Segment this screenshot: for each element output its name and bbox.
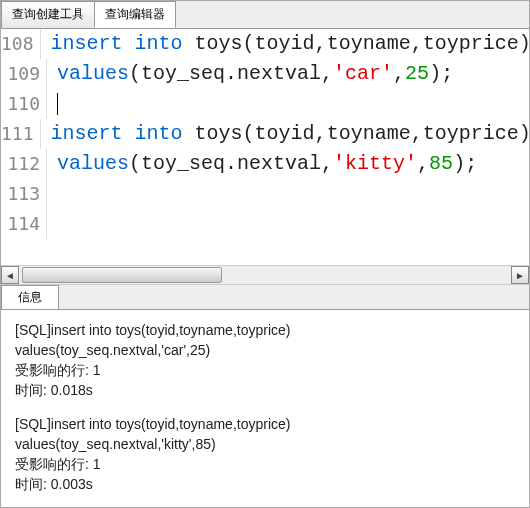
editor-line[interactable]: 114 [1, 209, 529, 239]
result-line-sql1: [SQL]insert into toys(toyid,toyname,toyp… [15, 414, 515, 434]
token-punct: , [393, 62, 405, 85]
text-cursor [57, 93, 58, 115]
token-ident: toyprice [423, 32, 519, 55]
token-ident: toys [195, 122, 243, 145]
token-punct: ( [243, 122, 255, 145]
line-number: 110 [1, 89, 47, 119]
result-block: [SQL]insert into toys(toyid,toyname,toyp… [15, 414, 515, 494]
token-kw: values [57, 152, 129, 175]
line-number: 113 [1, 179, 47, 209]
sql-editor[interactable]: 108insert into toys(toyid,toyname,toypri… [1, 29, 529, 265]
token-punct: , [411, 32, 423, 55]
token-ident: toy_seq.nextval [141, 152, 321, 175]
token-kw: values [57, 62, 129, 85]
bottom-tab-bar: 信息 [1, 285, 529, 310]
token-punct: ); [429, 62, 453, 85]
result-line-affected: 受影响的行: 1 [15, 360, 515, 380]
line-code[interactable] [47, 89, 58, 119]
result-block: [SQL]insert into toys(toyid,toyname,toyp… [15, 320, 515, 400]
editor-line[interactable]: 113 [1, 179, 529, 209]
result-line-sql2: values(toy_seq.nextval,'kitty',85) [15, 434, 515, 454]
token-num: 85 [429, 152, 453, 175]
scroll-left-icon[interactable]: ◄ [1, 266, 19, 284]
token-punct: ( [129, 152, 141, 175]
token-ident: toyid [255, 122, 315, 145]
line-code[interactable] [47, 209, 57, 239]
tab-info[interactable]: 信息 [1, 285, 59, 309]
results-panel: [SQL]insert into toys(toyid,toyname,toyp… [1, 310, 529, 508]
token-ident: toyid [255, 32, 315, 55]
editor-line[interactable]: 112values(toy_seq.nextval,'kitty',85); [1, 149, 529, 179]
token-punct: , [315, 122, 327, 145]
line-code[interactable]: insert into toys(toyid,toyname,toyprice) [41, 29, 529, 59]
editor-line[interactable]: 109values(toy_seq.nextval,'car',25); [1, 59, 529, 89]
token-kw: insert into [51, 122, 183, 145]
result-line-sql1: [SQL]insert into toys(toyid,toyname,toyp… [15, 320, 515, 340]
token-punct: ); [453, 152, 477, 175]
result-line-affected: 受影响的行: 1 [15, 454, 515, 474]
line-code[interactable]: insert into toys(toyid,toyname,toyprice) [41, 119, 529, 149]
line-number: 114 [1, 209, 47, 239]
token-punct: ) [519, 122, 529, 145]
line-code[interactable] [47, 179, 57, 209]
token-ident: toyprice [423, 122, 519, 145]
token-ident: toy_seq.nextval [141, 62, 321, 85]
tab-query-builder[interactable]: 查询创建工具 [1, 1, 95, 28]
token-num: 25 [405, 62, 429, 85]
editor-line[interactable]: 110 [1, 89, 529, 119]
token-punct: ( [129, 62, 141, 85]
token-kw: insert into [51, 32, 183, 55]
line-number: 108 [1, 29, 41, 59]
scroll-right-icon[interactable]: ► [511, 266, 529, 284]
line-number: 112 [1, 149, 47, 179]
line-code[interactable]: values(toy_seq.nextval,'car',25); [47, 59, 453, 89]
result-line-sql2: values(toy_seq.nextval,'car',25) [15, 340, 515, 360]
line-number: 111 [1, 119, 41, 149]
editor-hscrollbar[interactable]: ◄ ► [1, 265, 529, 285]
scroll-track[interactable] [20, 266, 510, 284]
token-ident: toyname [327, 122, 411, 145]
top-tab-bar: 查询创建工具 查询编辑器 [1, 1, 529, 29]
token-punct: ( [243, 32, 255, 55]
line-code[interactable]: values(toy_seq.nextval,'kitty',85); [47, 149, 477, 179]
token-str: 'car' [333, 62, 393, 85]
result-line-time: 时间: 0.018s [15, 380, 515, 400]
token-punct: , [417, 152, 429, 175]
token-punct: ) [519, 32, 529, 55]
result-line-time: 时间: 0.003s [15, 474, 515, 494]
token-punct: , [321, 152, 333, 175]
token-str: 'kitty' [333, 152, 417, 175]
token-punct: , [321, 62, 333, 85]
editor-line[interactable]: 111insert into toys(toyid,toyname,toypri… [1, 119, 529, 149]
token-punct: , [411, 122, 423, 145]
tab-query-editor[interactable]: 查询编辑器 [94, 1, 176, 28]
editor-line[interactable]: 108insert into toys(toyid,toyname,toypri… [1, 29, 529, 59]
token-ident: toys [195, 32, 243, 55]
token-punct: , [315, 32, 327, 55]
token-ident: toyname [327, 32, 411, 55]
line-number: 109 [1, 59, 47, 89]
scroll-thumb[interactable] [22, 267, 222, 283]
